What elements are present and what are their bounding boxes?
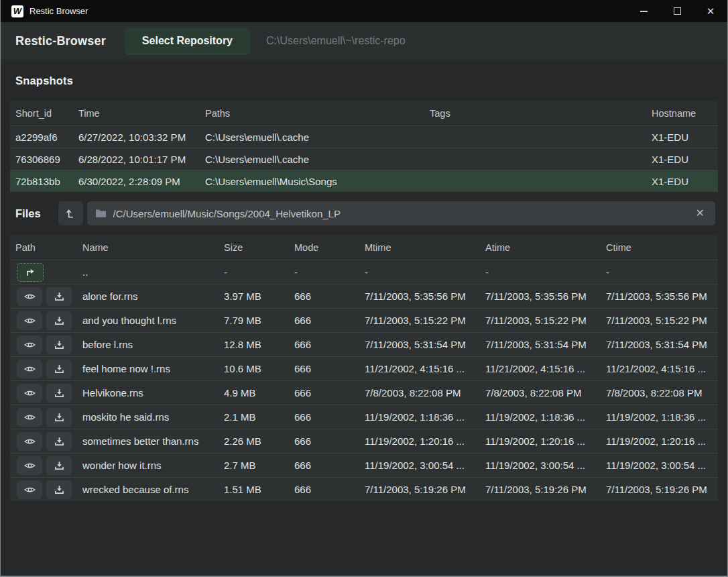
- file-atime: 11/19/2002, 1:20:16 ...: [480, 429, 601, 453]
- column-header-atime: Atime: [480, 235, 601, 260]
- view-file-button[interactable]: [17, 287, 42, 306]
- eye-icon: [24, 317, 36, 325]
- file-atime: 11/19/2002, 1:18:36 ...: [480, 405, 601, 429]
- maximize-button[interactable]: [660, 0, 694, 22]
- current-path-text: /C/Users/emuell/Music/Songs/2004_Helveti…: [113, 208, 693, 219]
- download-file-button[interactable]: [46, 456, 72, 475]
- view-file-button[interactable]: [17, 432, 42, 451]
- snapshot-row[interactable]: a2299af6 6/27/2022, 10:03:32 PM C:\Users…: [10, 125, 718, 148]
- file-ctime: 11/21/2002, 4:15:16 ...: [601, 357, 718, 380]
- download-file-button[interactable]: [46, 311, 72, 330]
- file-mtime: 7/11/2003, 5:19:26 PM: [359, 478, 480, 501]
- file-size: 2.26 MB: [219, 429, 289, 453]
- download-file-button[interactable]: [46, 384, 72, 403]
- file-ctime: 7/11/2003, 5:19:26 PM: [601, 478, 718, 501]
- download-file-button[interactable]: [46, 408, 72, 427]
- app-window: W Restic Browser ✕ Restic-Browser Select…: [0, 0, 728, 577]
- eye-icon: [24, 389, 36, 397]
- snapshot-tags: [424, 148, 646, 170]
- download-icon: [54, 388, 64, 398]
- file-row: sometimes better than.rns 2.26 MB 666 11…: [10, 429, 718, 453]
- window-title: Restic Browser: [29, 6, 88, 16]
- column-header-ctime: Ctime: [601, 235, 718, 260]
- file-atime: 7/11/2003, 5:19:26 PM: [480, 478, 601, 501]
- file-atime: -: [480, 260, 601, 284]
- snapshot-row[interactable]: 76306869 6/28/2022, 10:01:17 PM C:\Users…: [10, 148, 718, 170]
- file-row: alone for.rns 3.97 MB 666 7/11/2003, 5:3…: [10, 284, 718, 308]
- column-header-size: Size: [219, 235, 289, 260]
- files-table: Path Name Size Mode Mtime Atime Ctime: [10, 235, 718, 501]
- snapshot-tags: [424, 126, 646, 148]
- download-file-button[interactable]: [46, 432, 72, 451]
- file-mtime: 7/11/2003, 5:15:22 PM: [359, 309, 480, 332]
- clear-path-button[interactable]: ✕: [693, 207, 707, 220]
- file-atime: 7/11/2003, 5:31:54 PM: [480, 333, 601, 356]
- file-row: and you thought l.rns 7.79 MB 666 7/11/2…: [10, 308, 718, 332]
- download-icon: [54, 292, 64, 301]
- file-row: feel home now !.rns 10.6 MB 666 11/21/20…: [10, 356, 718, 380]
- snapshot-short-id: a2299af6: [10, 126, 73, 148]
- file-name: feel home now !.rns: [77, 357, 219, 380]
- file-name: sometimes better than.rns: [77, 429, 219, 453]
- eye-icon: [24, 365, 36, 373]
- eye-icon: [24, 293, 36, 301]
- download-icon: [54, 461, 64, 470]
- file-size: 7.79 MB: [219, 309, 289, 332]
- snapshot-hostname: X1-EDU: [646, 126, 718, 148]
- snapshot-time: 6/27/2022, 10:03:32 PM: [73, 126, 200, 148]
- file-mode: 666: [289, 309, 359, 332]
- files-title: Files: [15, 207, 41, 220]
- download-file-button[interactable]: [46, 480, 72, 499]
- minimize-icon: [640, 11, 648, 12]
- file-mode: 666: [289, 284, 359, 308]
- file-size: 2.1 MB: [219, 405, 289, 429]
- download-icon: [54, 316, 64, 325]
- view-file-button[interactable]: [17, 384, 42, 403]
- file-mtime: 7/11/2003, 5:35:56 PM: [359, 284, 480, 308]
- snapshot-hostname: X1-EDU: [646, 170, 718, 192]
- snapshot-paths: C:\Users\emuell\Music\Songs: [200, 170, 424, 192]
- select-repository-button[interactable]: Select Repository: [125, 28, 250, 54]
- minimize-button[interactable]: [627, 0, 660, 22]
- up-one-level-button[interactable]: [58, 201, 83, 225]
- download-icon: [54, 437, 64, 446]
- file-atime: 7/8/2003, 8:22:08 PM: [480, 381, 601, 405]
- go-to-parent-button[interactable]: [17, 263, 44, 282]
- download-file-button[interactable]: [46, 335, 72, 354]
- file-name: alone for.rns: [77, 284, 219, 308]
- column-header-paths: Paths: [200, 101, 424, 125]
- file-size: 10.6 MB: [219, 357, 289, 380]
- titlebar: W Restic Browser ✕: [1, 0, 727, 22]
- snapshots-table-header: Short_id Time Paths Tags Hostname: [10, 101, 718, 125]
- view-file-button[interactable]: [17, 456, 42, 475]
- clear-icon: ✕: [696, 207, 705, 219]
- snapshot-row-selected[interactable]: 72b813bb 6/30/2022, 2:28:09 PM C:\Users\…: [10, 170, 718, 192]
- file-name: Helvikone.rns: [77, 381, 219, 405]
- empty-area: [1, 501, 727, 576]
- view-file-button[interactable]: [17, 408, 42, 427]
- eye-icon: [24, 486, 36, 494]
- view-file-button[interactable]: [17, 360, 42, 378]
- close-button[interactable]: ✕: [694, 0, 727, 22]
- snapshot-time: 6/30/2022, 2:28:09 PM: [73, 170, 200, 192]
- file-size: 2.7 MB: [219, 454, 289, 477]
- view-file-button[interactable]: [17, 480, 42, 499]
- snapshot-tags: [424, 170, 646, 192]
- file-mode: 666: [289, 454, 359, 477]
- view-file-button[interactable]: [17, 335, 42, 354]
- download-file-button[interactable]: [46, 287, 72, 306]
- download-icon: [54, 413, 64, 422]
- file-mode: -: [289, 260, 359, 284]
- file-atime: 11/19/2002, 3:00:54 ...: [480, 454, 601, 477]
- file-row: wrecked because of.rns 1.51 MB 666 7/11/…: [10, 477, 718, 501]
- download-file-button[interactable]: [46, 360, 72, 378]
- view-file-button[interactable]: [17, 311, 42, 330]
- current-path-field[interactable]: /C/Users/emuell/Music/Songs/2004_Helveti…: [87, 201, 715, 225]
- file-mode: 666: [289, 381, 359, 405]
- snapshot-time: 6/28/2022, 10:01:17 PM: [73, 148, 200, 170]
- file-row: moskito he said.rns 2.1 MB 666 11/19/200…: [10, 405, 718, 429]
- file-mtime: 11/19/2002, 1:20:16 ...: [359, 429, 480, 453]
- download-icon: [54, 364, 64, 374]
- file-ctime: 11/19/2002, 1:20:16 ...: [601, 429, 718, 453]
- file-mode: 666: [289, 405, 359, 429]
